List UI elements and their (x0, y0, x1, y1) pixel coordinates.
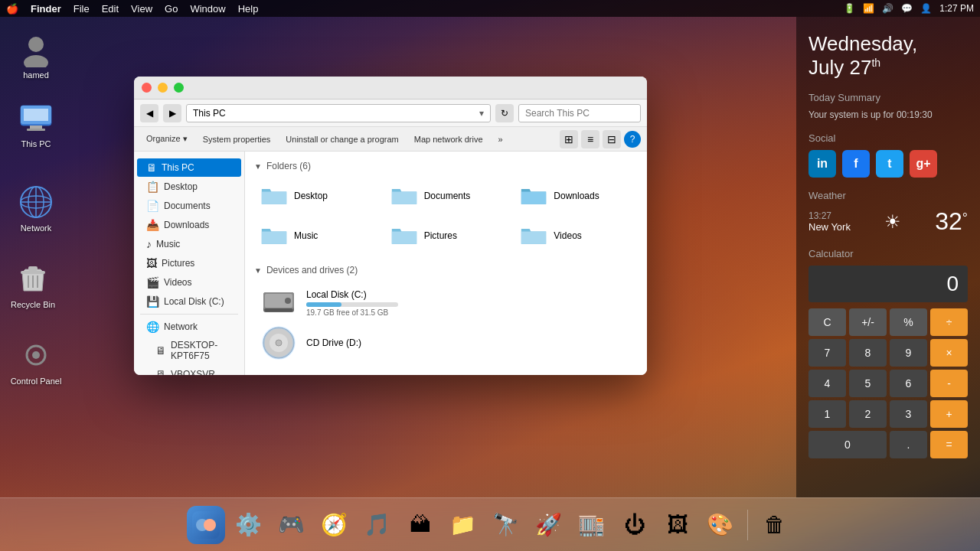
calc-btn-c[interactable]: C (808, 308, 846, 336)
drives-section-header[interactable]: ▼ Devices and drives (2) (254, 265, 638, 276)
drive-item-local-disk[interactable]: Local Disk (C:) 19.7 GB free of 31.5 GB (254, 283, 638, 323)
dock-mission[interactable]: 🎨 (701, 506, 740, 544)
downloads-nav-icon: 📥 (146, 219, 159, 231)
dock-gamecenter[interactable]: 🎮 (273, 506, 311, 544)
videos-folder-label: Videos (554, 230, 581, 241)
uninstall-button[interactable]: Uninstall or change a program (279, 130, 404, 148)
nav-item-music[interactable]: ♪ Music (137, 235, 241, 253)
nav-item-pictures[interactable]: 🖼 Pictures (137, 254, 241, 272)
calc-btn-5[interactable]: 5 (849, 370, 887, 397)
social-icons: in f t g+ (808, 150, 968, 178)
apple-menu-icon[interactable]: 🍎 (6, 3, 18, 15)
twitter-button[interactable]: t (876, 150, 903, 178)
nav-item-documents[interactable]: 📄 Documents (137, 197, 241, 215)
nav-item-downloads[interactable]: 📥 Downloads (137, 216, 241, 234)
cd-drive-info: CD Drive (D:) (306, 337, 632, 348)
calc-btn-0[interactable]: 0 (808, 431, 887, 458)
calc-btn-2[interactable]: 2 (849, 400, 887, 428)
calc-btn-dot[interactable]: . (890, 431, 927, 458)
dock-files[interactable]: 📁 (444, 506, 482, 544)
dock-macos[interactable]: 🏔 (401, 506, 439, 544)
cd-drive-name: CD Drive (D:) (306, 337, 632, 348)
dock-trash[interactable]: 🗑 (756, 506, 794, 544)
sidebar-panel: Wednesday, July 27th Today Summary Your … (796, 17, 980, 497)
network-nav-icon: 🌐 (146, 321, 159, 333)
dock-finder[interactable] (187, 506, 225, 544)
dock-appexpo[interactable]: 🔭 (487, 506, 525, 544)
nav-item-desktop-kpt[interactable]: 🖥 DESKTOP-KPT6F75 (137, 337, 241, 364)
calc-btn-minus[interactable]: - (930, 370, 968, 397)
calc-btn-plusminus[interactable]: +/- (849, 308, 887, 336)
calc-btn-3[interactable]: 3 (890, 400, 927, 428)
minimize-button[interactable] (158, 83, 168, 93)
help-button[interactable]: ? (624, 131, 641, 148)
maximize-button[interactable] (174, 83, 184, 93)
system-properties-button[interactable]: System properties (197, 130, 277, 148)
calc-btn-6[interactable]: 6 (890, 370, 927, 397)
nav-item-vboxsvr[interactable]: 🖥 VBOXSVR (137, 365, 241, 375)
finder-menu[interactable]: Finder (31, 3, 61, 15)
forward-button[interactable]: ▶ (163, 104, 181, 122)
more-toolbar-button[interactable]: » (492, 130, 509, 148)
desktop-icon-user[interactable]: hamed (9, 31, 63, 80)
close-button[interactable] (142, 83, 152, 93)
calc-btn-divide[interactable]: ÷ (930, 308, 968, 336)
refresh-button[interactable]: ↻ (495, 104, 514, 122)
window-menu[interactable]: Window (190, 3, 225, 15)
nav-item-network[interactable]: 🌐 Network (137, 318, 241, 336)
folders-section-header[interactable]: ▼ Folders (6) (254, 161, 638, 171)
view-menu[interactable]: View (131, 3, 152, 15)
edit-menu[interactable]: Edit (102, 3, 119, 15)
folder-item-videos[interactable]: Videos (514, 219, 638, 253)
search-input[interactable] (518, 104, 641, 122)
folder-item-downloads[interactable]: Downloads (514, 179, 638, 213)
drive-item-cd[interactable]: CD Drive (D:) (254, 323, 638, 363)
calc-btn-7[interactable]: 7 (808, 339, 846, 367)
calc-btn-1[interactable]: 1 (808, 400, 846, 428)
facebook-button[interactable]: f (842, 150, 870, 178)
calc-btn-4[interactable]: 4 (808, 370, 846, 397)
desktop-icon-thispc[interactable]: This PC (9, 99, 63, 148)
view-list-button[interactable]: ≡ (581, 130, 599, 148)
calc-btn-multiply[interactable]: × (930, 339, 968, 367)
nav-item-videos[interactable]: 🎬 Videos (137, 273, 241, 292)
network-label: Network (21, 223, 51, 233)
calc-btn-8[interactable]: 8 (849, 339, 887, 367)
calc-btn-equals[interactable]: = (930, 431, 968, 458)
dock-safari[interactable]: 🧭 (315, 506, 354, 544)
folder-item-desktop[interactable]: Desktop (254, 179, 378, 213)
google-button[interactable]: g+ (910, 150, 937, 178)
folder-item-pictures[interactable]: Pictures (384, 219, 508, 253)
file-menu[interactable]: File (74, 3, 90, 15)
dock-preview[interactable]: 🖼 (658, 506, 697, 544)
desktop-icon-recycle[interactable]: Recycle Bin (6, 260, 60, 309)
address-dropdown-icon[interactable]: ▾ (479, 108, 484, 119)
folder-item-music[interactable]: Music (254, 219, 378, 253)
desktop-icon-control-panel[interactable]: Control Panel (9, 337, 63, 386)
folder-item-documents[interactable]: Documents (384, 179, 508, 213)
help-menu[interactable]: Help (238, 3, 259, 15)
desktop-icon-network[interactable]: Network (9, 184, 63, 233)
go-menu[interactable]: Go (165, 3, 178, 15)
calc-btn-plus[interactable]: + (930, 400, 968, 428)
view-icons-button[interactable]: ⊞ (560, 130, 578, 148)
nav-item-desktop[interactable]: 📋 Desktop (137, 178, 241, 196)
nav-item-local-disk[interactable]: 💾 Local Disk (C:) (137, 292, 241, 311)
dock-appstore[interactable]: 🏬 (573, 506, 611, 544)
view-detail-button[interactable]: ⊟ (603, 130, 621, 148)
calc-btn-percent[interactable]: % (890, 308, 927, 336)
videos-nav-icon: 🎬 (146, 276, 159, 289)
map-drive-button[interactable]: Map network drive (408, 130, 489, 148)
nav-label-vboxsvr: VBOXSVR (171, 369, 215, 375)
dock-power[interactable]: ⏻ (616, 506, 654, 544)
address-bar[interactable]: This PC ▾ (186, 104, 491, 122)
organize-button[interactable]: Organize ▾ (140, 130, 194, 148)
drives-section: Local Disk (C:) 19.7 GB free of 31.5 GB (254, 283, 638, 363)
linkedin-button[interactable]: in (808, 150, 836, 178)
nav-item-thispc[interactable]: 🖥 This PC (137, 158, 241, 177)
back-button[interactable]: ◀ (140, 104, 158, 122)
dock-music[interactable]: 🎵 (358, 506, 397, 544)
calc-btn-9[interactable]: 9 (890, 339, 927, 367)
dock-settings[interactable]: ⚙️ (230, 506, 268, 544)
dock-launchpad[interactable]: 🚀 (530, 506, 568, 544)
